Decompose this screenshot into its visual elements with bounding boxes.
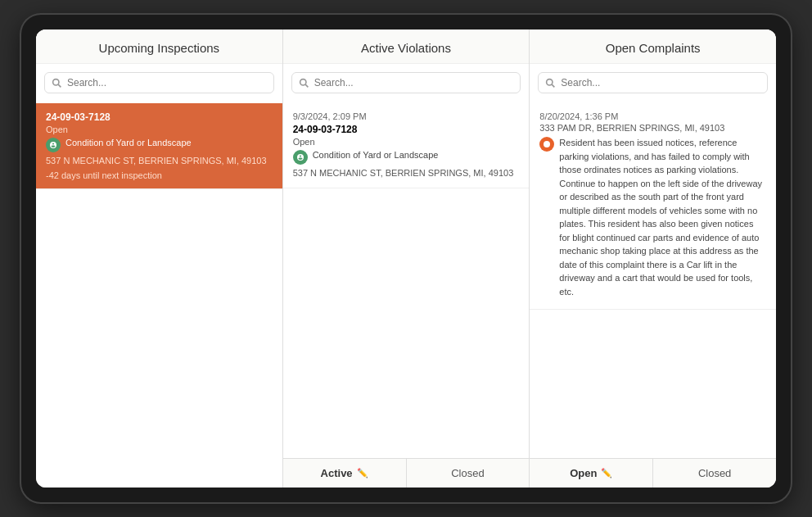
- search-icon: [52, 78, 62, 88]
- inspection-address: 537 N MECHANIC ST, BERRIEN SPRINGS, MI, …: [46, 155, 273, 167]
- violations-tab-closed[interactable]: Closed: [407, 459, 530, 488]
- violation-description: Condition of Yard or Landscape: [313, 149, 520, 161]
- violations-footer: Active ✏️ Closed: [283, 458, 530, 488]
- panel-active-violations: Active Violations 9/3/2024, 2:09 PM 24-0…: [283, 29, 530, 488]
- screen: Upcoming Inspections 24-09-03-7128 Open: [36, 29, 776, 488]
- panel-open-complaints: Open Complaints 8/20/2024, 1:36 PM 333 P…: [530, 29, 776, 488]
- svg-line-5: [552, 84, 554, 87]
- svg-point-4: [547, 79, 553, 84]
- panel-header-inspections: Upcoming Inspections: [36, 29, 282, 64]
- svg-point-2: [300, 79, 305, 84]
- svg-point-6: [544, 141, 550, 147]
- violation-id: 24-09-03-7128: [293, 124, 520, 135]
- violation-datetime: 9/3/2024, 2:09 PM: [293, 111, 520, 121]
- inspection-item-selected[interactable]: 24-09-03-7128 Open Condition of Yard or …: [36, 103, 282, 189]
- badge-icon: [49, 141, 57, 149]
- inspection-list: 24-09-03-7128 Open Condition of Yard or …: [36, 100, 282, 488]
- complaint-text: Resident has been issued notices, refere…: [559, 136, 766, 298]
- violations-tab-active[interactable]: Active ✏️: [283, 459, 407, 488]
- svg-line-3: [305, 84, 308, 87]
- violations-edit-icon[interactable]: ✏️: [357, 468, 368, 478]
- violations-active-label: Active: [321, 467, 353, 479]
- search-input-violations[interactable]: [314, 77, 514, 88]
- violation-row: Condition of Yard or Landscape: [293, 149, 520, 165]
- search-icon-violations: [299, 78, 309, 88]
- violation-list: 9/3/2024, 2:09 PM 24-09-03-7128 Open Con…: [283, 100, 530, 458]
- complaints-edit-icon[interactable]: ✏️: [601, 468, 612, 478]
- green-badge: [46, 138, 61, 152]
- inspection-id: 24-09-03-7128: [46, 111, 273, 123]
- search-box-complaints[interactable]: [538, 72, 768, 93]
- inspection-days: -42 days until next inspection: [46, 170, 273, 180]
- panels-container: Upcoming Inspections 24-09-03-7128 Open: [36, 29, 776, 488]
- panel-header-violations: Active Violations: [283, 29, 530, 64]
- violation-status: Open: [293, 137, 520, 147]
- complaints-open-label: Open: [570, 467, 597, 479]
- search-icon-complaints: [545, 78, 556, 88]
- complaints-footer: Open ✏️ Closed: [530, 458, 776, 488]
- search-input-complaints[interactable]: [561, 77, 760, 88]
- complaints-closed-label: Closed: [698, 467, 731, 479]
- violation-address: 537 N MECHANIC ST, BERRIEN SPRINGS, MI, …: [293, 167, 520, 179]
- violations-closed-label: Closed: [451, 467, 484, 479]
- violation-green-badge: [293, 150, 308, 165]
- inspection-row: Condition of Yard or Landscape: [46, 137, 273, 152]
- inspection-status: Open: [46, 125, 273, 134]
- search-box-violations[interactable]: [291, 72, 521, 93]
- search-input-inspections[interactable]: [67, 77, 267, 88]
- complaint-row: Resident has been issued notices, refere…: [539, 136, 766, 298]
- violation-badge-icon: [296, 153, 304, 161]
- panel-header-complaints: Open Complaints: [530, 29, 776, 64]
- svg-line-1: [58, 84, 61, 87]
- inspection-description: Condition of Yard or Landscape: [65, 137, 273, 149]
- complaint-datetime: 8/20/2024, 1:36 PM: [539, 111, 766, 121]
- panel-upcoming-inspections: Upcoming Inspections 24-09-03-7128 Open: [36, 29, 283, 488]
- complaint-orange-badge: [539, 137, 554, 152]
- complaint-list: 8/20/2024, 1:36 PM 333 PAM DR, BERRIEN S…: [530, 100, 776, 458]
- complaint-item[interactable]: 8/20/2024, 1:36 PM 333 PAM DR, BERRIEN S…: [530, 103, 776, 310]
- complaint-badge-icon: [543, 140, 551, 148]
- complaint-address: 333 PAM DR, BERRIEN SPRINGS, MI, 49103: [539, 123, 766, 133]
- complaints-tab-open[interactable]: Open ✏️: [530, 459, 653, 488]
- violation-item[interactable]: 9/3/2024, 2:09 PM 24-09-03-7128 Open Con…: [283, 103, 530, 188]
- search-box-inspections[interactable]: [44, 72, 274, 93]
- svg-point-0: [53, 79, 59, 84]
- complaints-tab-closed[interactable]: Closed: [653, 459, 776, 488]
- device-frame: Upcoming Inspections 24-09-03-7128 Open: [21, 15, 791, 502]
